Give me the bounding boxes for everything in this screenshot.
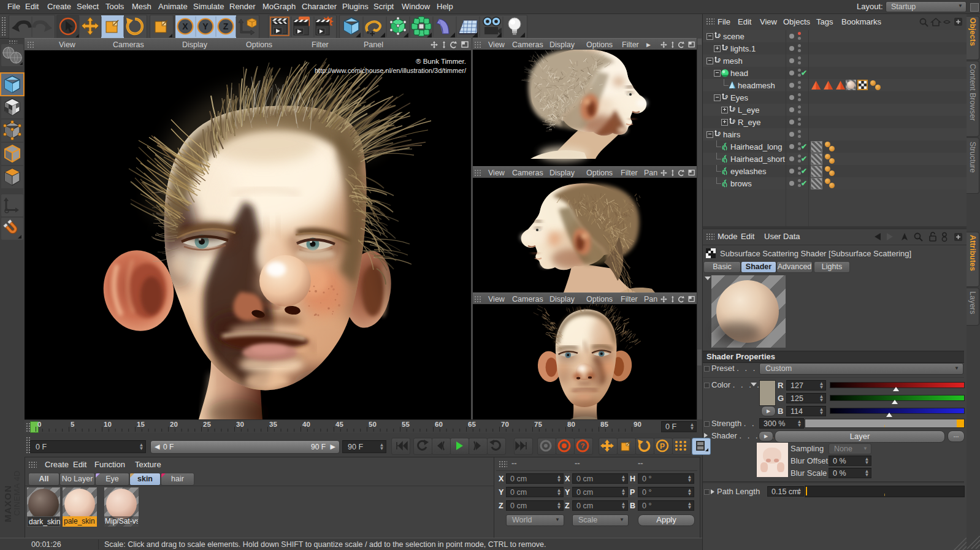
svg-text:0: 0 [733,119,735,123]
svg-text:0: 0 [718,33,721,37]
svg-text:0: 0 [725,45,728,50]
svg-text:X: X [182,21,188,31]
svg-text:?: ? [581,442,585,449]
svg-text:Z: Z [223,21,229,31]
svg-text:Y: Y [202,21,209,31]
svg-text:0: 0 [718,131,721,136]
svg-text:0: 0 [718,58,721,62]
svg-text:0: 0 [733,107,735,111]
svg-text:0: 0 [725,94,728,99]
svg-text:P: P [660,442,665,451]
